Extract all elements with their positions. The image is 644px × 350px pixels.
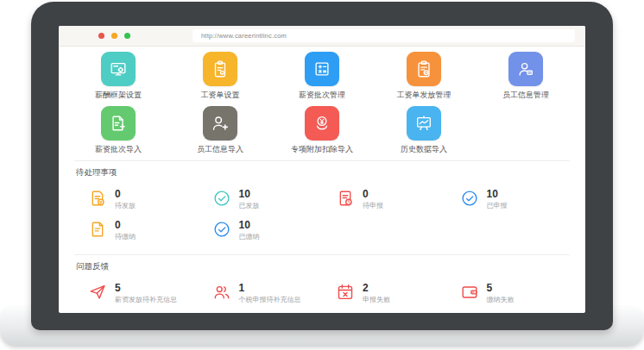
stat-label: 待申报: [363, 202, 383, 209]
stat-count: 10: [487, 189, 508, 199]
stat-tax-declaration-supplement[interactable]: 1 个税申报待补充信息: [199, 283, 323, 303]
stat-label: 待缴纳: [115, 233, 136, 241]
app-label: 员工信息管理: [502, 91, 549, 99]
calendar-x-icon: [336, 283, 355, 302]
monitor-gear-icon: [101, 52, 136, 86]
calculator-icon: [305, 52, 339, 86]
stat-salary-distribution-supplement[interactable]: 5 薪资发放待补充信息: [74, 283, 199, 303]
app-label: 员工信息导入: [197, 146, 243, 153]
laptop-bezel: http://www.careerintlinc.com 薪酬框架设置: [31, 2, 613, 330]
app-label: 历史数据导入: [401, 146, 447, 153]
address-bar[interactable]: http://www.careerintlinc.com: [193, 29, 575, 42]
traffic-light-yellow-icon[interactable]: [111, 33, 117, 39]
app-employee-info-management[interactable]: 员工信息管理: [475, 52, 577, 99]
check-circle-icon: [212, 189, 231, 208]
stat-count: 5: [487, 283, 515, 293]
app-salary-batch-import[interactable]: 薪资批次导入: [67, 106, 169, 153]
stat-count: 0: [115, 220, 136, 230]
check-circle-icon: [212, 220, 231, 239]
stat-count: 5: [115, 283, 177, 293]
app-label: 工资单发放管理: [397, 91, 451, 99]
stat-pending-distribution[interactable]: 0 待发放: [74, 189, 199, 209]
document-clock-icon: [336, 189, 355, 208]
stat-count: 0: [363, 189, 383, 199]
tax-hand-icon: [305, 106, 339, 141]
stat-paid[interactable]: 10 已缴纳: [199, 220, 323, 241]
stat-pending-declaration[interactable]: 0 待申报: [322, 189, 446, 209]
stat-label: 已缴纳: [239, 233, 260, 241]
stat-label: 已申报: [487, 202, 508, 209]
traffic-light-red-icon[interactable]: [98, 33, 104, 39]
app-salary-framework-settings[interactable]: 薪酬框架设置: [67, 52, 169, 99]
paper-plane-icon: [88, 283, 107, 302]
traffic-light-green-icon[interactable]: [124, 33, 130, 39]
stat-label: 申报失败: [363, 296, 390, 303]
app-payslip-distribution-management[interactable]: 工资单发放管理: [373, 52, 475, 99]
stat-count: 1: [239, 283, 301, 293]
app-label: 薪资批次管理: [299, 91, 345, 99]
url-text: http://www.careerintlinc.com: [201, 32, 287, 40]
stat-declared[interactable]: 10 已申报: [446, 189, 571, 209]
stat-count: 10: [239, 189, 260, 199]
app-employee-info-import[interactable]: 员工信息导入: [169, 106, 271, 153]
app-label: 薪酬框架设置: [95, 91, 142, 99]
app-grid-row1: 薪酬框架设置 工资单设置: [59, 52, 585, 99]
feedback-section-title: 问题反馈: [74, 254, 570, 272]
presentation-chart-icon: [407, 106, 441, 141]
wallet-icon: [460, 283, 479, 302]
stat-payment-failed[interactable]: 5 缴纳失败: [446, 283, 571, 303]
users-icon: [212, 283, 231, 302]
app-payslip-settings[interactable]: 工资单设置: [169, 52, 271, 99]
stat-label: 缴纳失败: [487, 296, 515, 303]
clipboard-gear-icon: [203, 52, 237, 86]
app-label: 工资单设置: [201, 91, 240, 99]
app-label: 薪资批次导入: [95, 146, 142, 153]
app-history-data-import[interactable]: 历史数据导入: [373, 106, 475, 153]
stat-label: 薪资发放待补充信息: [115, 296, 177, 303]
stat-declaration-failed[interactable]: 2 申报失败: [322, 283, 446, 303]
check-circle-icon: [460, 189, 479, 208]
stat-label: 待发放: [115, 202, 136, 209]
stat-distributed[interactable]: 10 已发放: [199, 189, 323, 209]
person-card-icon: [508, 52, 543, 86]
document-plus-icon: [101, 106, 136, 141]
document-icon: [88, 220, 107, 239]
app-salary-batch-management[interactable]: 薪资批次管理: [271, 52, 373, 99]
clipboard-pay-icon: [407, 52, 441, 86]
browser-window: http://www.careerintlinc.com 薪酬框架设置: [59, 26, 585, 313]
pending-stats-grid: 0 待发放 10 已发放: [59, 178, 585, 241]
person-plus-icon: [203, 106, 237, 141]
feedback-stats-grid: 5 薪资发放待补充信息 1 个税申报待补充信息: [59, 272, 585, 303]
document-yen-icon: [88, 189, 107, 208]
app-special-deduction-import[interactable]: 专项附加扣除导入: [271, 106, 373, 153]
stat-count: 0: [115, 189, 136, 199]
stat-count: 10: [239, 220, 260, 230]
stat-label: 已发放: [239, 202, 260, 209]
app-label: 专项附加扣除导入: [291, 146, 353, 153]
stat-count: 2: [363, 283, 390, 293]
stat-pending-payment[interactable]: 0 待缴纳: [74, 220, 199, 241]
app-grid-row2: 薪资批次导入 员工信息导入: [59, 106, 585, 153]
stat-label: 个税申报待补充信息: [239, 296, 301, 303]
pending-section-title: 待处理事项: [74, 160, 570, 178]
browser-topbar: http://www.careerintlinc.com: [59, 26, 585, 47]
